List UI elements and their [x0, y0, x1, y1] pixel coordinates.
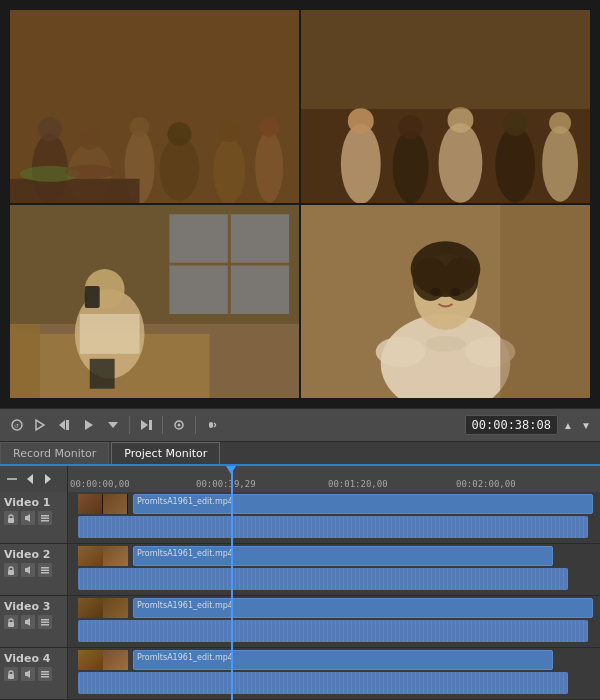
audio-btn[interactable] [201, 414, 223, 436]
preview-area [0, 0, 600, 408]
svg-rect-77 [41, 520, 49, 522]
svg-rect-86 [41, 622, 49, 624]
timeline: 00:00:00,00 00:00:39,29 00:01:20,00 00:0… [0, 466, 600, 700]
track-audio-btn-video3[interactable] [21, 615, 35, 629]
svg-rect-85 [41, 619, 49, 621]
track-icons-video3 [4, 615, 63, 629]
step-fwd-btn[interactable] [135, 414, 157, 436]
track-name-video3: Video 3 [4, 600, 63, 613]
track-menu-btn-video4[interactable] [38, 667, 52, 681]
menu-icon-3 [40, 617, 50, 627]
tab-project-monitor[interactable]: Project Monitor [111, 442, 220, 464]
rewind-btn[interactable] [54, 414, 76, 436]
rewind-icon [58, 418, 72, 432]
timeline-scroll-left-btn[interactable] [22, 471, 38, 487]
audio-track-icon [23, 513, 33, 523]
timecode-up-btn[interactable]: ▲ [560, 414, 576, 436]
track-lock-btn-video4[interactable] [4, 667, 18, 681]
track-content-video4[interactable]: PromItsA1961_edit.mp4 [68, 648, 600, 699]
thumb-strip-video1 [78, 494, 128, 514]
scroll-left-icon [24, 473, 36, 485]
clip-video2[interactable]: PromItsA1961_edit.mp4 [133, 546, 553, 566]
track-content-video1[interactable]: PromItsA1961_edit.mp4 [68, 492, 600, 543]
svg-rect-30 [301, 10, 590, 203]
thumb-cell-2b [103, 546, 128, 566]
view-btn[interactable] [168, 414, 190, 436]
svg-rect-78 [8, 570, 14, 575]
svg-marker-79 [25, 566, 30, 574]
play-btn[interactable] [78, 414, 100, 436]
waveform-video4 [78, 672, 568, 694]
track-row-video1: Video 1 [0, 492, 600, 544]
svg-rect-43 [10, 205, 299, 398]
track-lock-btn-video1[interactable] [4, 511, 18, 525]
svg-marker-89 [25, 670, 30, 678]
svg-marker-63 [85, 420, 93, 430]
track-name-video4: Video 4 [4, 652, 63, 665]
track-label-video3: Video 3 [0, 596, 68, 647]
svg-marker-71 [27, 474, 33, 484]
mark-in-btn[interactable] [30, 414, 52, 436]
track-audio-btn-video2[interactable] [21, 563, 35, 577]
svg-marker-72 [45, 474, 51, 484]
track-label-video2: Video 2 [0, 544, 68, 595]
timeline-zoom-out-btn[interactable] [4, 471, 20, 487]
thumb-strip-video4 [78, 650, 128, 670]
track-row-video2: Video 2 [0, 544, 600, 596]
thumb-cell-4a [78, 650, 103, 670]
track-audio-btn-video1[interactable] [21, 511, 35, 525]
step-forward-icon [139, 418, 153, 432]
view-icon [172, 418, 186, 432]
track-row-video4: Video 4 [0, 648, 600, 700]
clip-video3[interactable]: PromItsA1961_edit.mp4 [133, 598, 593, 618]
timecode-down-btn[interactable]: ▼ [578, 414, 594, 436]
track-menu-btn-video2[interactable] [38, 563, 52, 577]
track-content-video3[interactable]: PromItsA1961_edit.mp4 [68, 596, 600, 647]
track-icons-video1 [4, 511, 63, 525]
track-label-video4: Video 4 [0, 648, 68, 699]
svg-rect-69 [209, 422, 213, 428]
track-lock-btn-video2[interactable] [4, 563, 18, 577]
tracks-container: Video 1 [0, 492, 600, 700]
svg-rect-83 [8, 622, 14, 627]
timeline-header: 00:00:00,00 00:00:39,29 00:01:20,00 00:0… [0, 466, 600, 492]
dropdown-arrow-icon [108, 420, 118, 430]
video-panel-3 [10, 205, 299, 398]
tab-record-monitor[interactable]: Record Monitor [0, 442, 109, 464]
svg-rect-57 [301, 205, 590, 398]
track-content-video2[interactable]: PromItsA1961_edit.mp4 [68, 544, 600, 595]
track-menu-btn-video3[interactable] [38, 615, 52, 629]
clip-label-video4: PromItsA1961_edit.mp4 [137, 653, 233, 662]
scroll-right-icon [42, 473, 54, 485]
loop-btn[interactable]: ↺ [6, 414, 28, 436]
svg-rect-82 [41, 572, 49, 574]
svg-marker-61 [59, 420, 65, 430]
timeline-scroll-right-btn[interactable] [40, 471, 56, 487]
zoom-out-icon [6, 473, 18, 485]
thumb-cell-3a [78, 598, 103, 618]
loop-icon: ↺ [10, 418, 24, 432]
track-icons-video4 [4, 667, 63, 681]
audio-track-icon-2 [23, 565, 33, 575]
scene-svg-1 [10, 10, 299, 203]
track-menu-btn-video1[interactable] [38, 511, 52, 525]
thumb-cell [103, 494, 128, 514]
track-row-video3: Video 3 [0, 596, 600, 648]
scene-svg-3 [10, 205, 299, 398]
track-audio-btn-video4[interactable] [21, 667, 35, 681]
svg-marker-60 [36, 420, 44, 430]
track-name-video1: Video 1 [4, 496, 63, 509]
toolbar-separator-2 [162, 416, 163, 434]
timescale[interactable]: 00:00:00,00 00:00:39,29 00:01:20,00 00:0… [68, 466, 600, 492]
dropdown-btn[interactable] [102, 414, 124, 436]
toolbar-separator-1 [129, 416, 130, 434]
clip-label-video2: PromItsA1961_edit.mp4 [137, 549, 233, 558]
track-lock-btn-video3[interactable] [4, 615, 18, 629]
toolbar: ↺ [0, 408, 600, 442]
clip-video1[interactable]: PromItsA1961_edit.mp4 [133, 494, 593, 514]
svg-rect-90 [41, 671, 49, 673]
thumb-cell-2a [78, 546, 103, 566]
timemark-1: 00:00:39,29 [196, 479, 256, 489]
clip-label-video1: PromItsA1961_edit.mp4 [137, 497, 233, 506]
clip-video4[interactable]: PromItsA1961_edit.mp4 [133, 650, 553, 670]
